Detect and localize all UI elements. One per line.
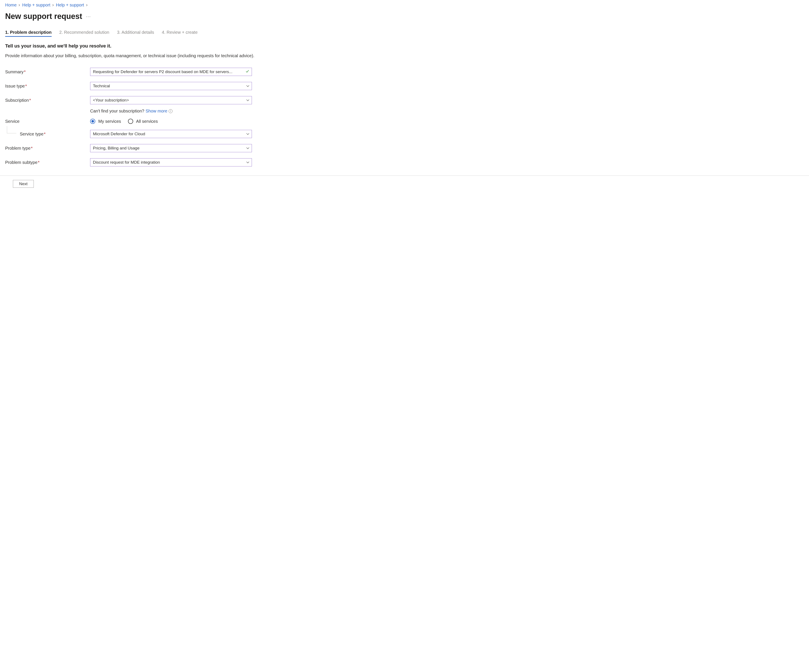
problem-type-select[interactable]: Pricing, Billing and Usage [90,144,252,152]
chevron-right-icon [86,3,88,7]
row-service-type: Service type* Microsoft Defender for Clo… [5,130,804,138]
page-title: New support request [5,12,82,21]
row-issue-type: Issue type* Technical [5,82,804,90]
tab-problem-description[interactable]: 1. Problem description [5,30,52,37]
label-service: Service [5,119,90,124]
section-description: Provide information about your billing, … [5,53,804,59]
show-more-link[interactable]: Show more [146,109,167,114]
radio-checked-icon [90,119,95,124]
wizard-tabs: 1. Problem description 2. Recommended so… [5,30,804,37]
breadcrumb-help-support-1[interactable]: Help + support [22,3,50,8]
footer-bar: Next [0,176,809,192]
tab-review-create[interactable]: 4. Review + create [162,30,198,37]
label-subscription: Subscription* [5,98,90,103]
tab-recommended-solution[interactable]: 2. Recommended solution [59,30,109,37]
info-icon[interactable]: i [169,109,173,113]
tab-additional-details[interactable]: 3. Additional details [117,30,154,37]
label-issue-type: Issue type* [5,84,90,89]
radio-label: My services [98,119,121,124]
section-heading: Tell us your issue, and we'll help you r… [5,43,804,49]
row-subscription: Subscription* <Your subscription> [5,96,804,104]
row-problem-type: Problem type* Pricing, Billing and Usage [5,144,804,152]
problem-subtype-select[interactable]: Discount request for MDE integration [90,158,252,166]
subscription-helper: Can't find your subscription? Show more … [90,109,173,114]
indent-connector [7,126,16,133]
service-radio-group: My services All services [90,119,158,124]
breadcrumb: Home Help + support Help + support [5,3,804,8]
service-type-select[interactable]: Microsoft Defender for Cloud [90,130,252,138]
page-title-row: New support request ··· [5,12,804,21]
subscription-select[interactable]: <Your subscription> [90,96,252,104]
chevron-right-icon [18,3,20,7]
summary-input[interactable]: Requesting for Defender for servers P2 d… [90,68,252,76]
breadcrumb-home[interactable]: Home [5,3,17,8]
label-summary: Summary* [5,69,90,74]
row-summary: Summary* Requesting for Defender for ser… [5,68,804,76]
label-problem-type: Problem type* [5,146,90,151]
issue-type-select[interactable]: Technical [90,82,252,90]
label-problem-subtype: Problem subtype* [5,160,90,165]
radio-all-services[interactable]: All services [128,119,158,124]
row-service: Service My services All services [5,119,804,124]
chevron-right-icon [52,3,54,7]
next-button[interactable]: Next [13,180,34,188]
radio-my-services[interactable]: My services [90,119,121,124]
row-problem-subtype: Problem subtype* Discount request for MD… [5,158,804,166]
radio-unchecked-icon [128,119,133,124]
label-service-type: Service type* [5,132,90,137]
radio-label: All services [136,119,158,124]
breadcrumb-help-support-2[interactable]: Help + support [56,3,84,8]
more-icon[interactable]: ··· [86,14,91,19]
row-subscription-helper: Can't find your subscription? Show more … [5,109,804,114]
